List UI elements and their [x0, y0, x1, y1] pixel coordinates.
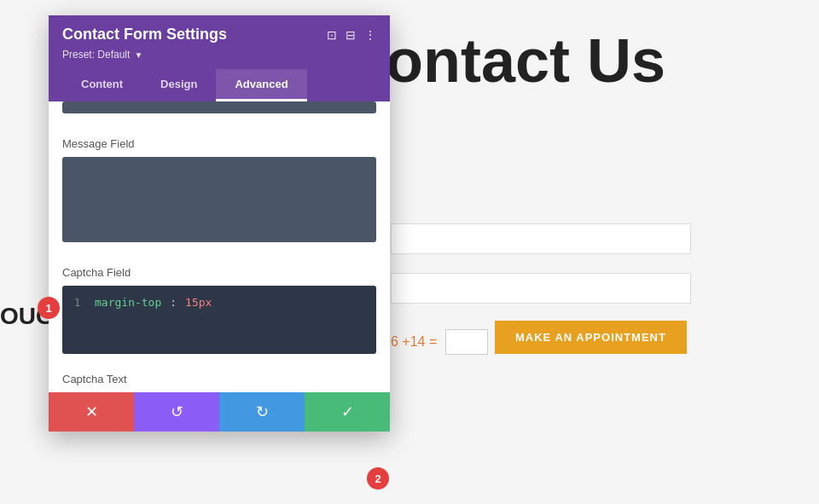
layout-icon[interactable]: ⊟: [346, 28, 356, 42]
modal-footer: ✕ ↺ ↻ ✓: [49, 392, 390, 432]
tabs-row: Content Design Advanced: [62, 69, 376, 101]
message-field-label: Message Field: [49, 125, 390, 157]
more-options-icon[interactable]: ⋮: [364, 28, 376, 42]
code-property: margin-top: [95, 296, 161, 309]
save-button[interactable]: ✓: [305, 392, 390, 432]
code-colon: :: [170, 296, 177, 309]
code-value: 15px: [185, 296, 212, 309]
modal-body: Message Field Captcha Field 1 margin-top…: [49, 101, 390, 392]
line-number: 1: [74, 297, 86, 309]
captcha-row: 6 +14 =: [391, 329, 488, 355]
captcha-expression: 6 +14 =: [391, 334, 437, 350]
preset-label[interactable]: Preset: Default: [62, 49, 130, 61]
make-appointment-button[interactable]: MAKE AN APPOINTMENT: [495, 321, 687, 354]
tab-content[interactable]: Content: [62, 69, 142, 101]
top-field-preview: [62, 101, 376, 113]
cancel-button[interactable]: ✕: [49, 392, 134, 432]
captcha-text-label: Captcha Text: [49, 366, 390, 392]
tab-design[interactable]: Design: [142, 69, 216, 101]
code-line-1: 1 margin-top : 15px: [74, 296, 364, 309]
badge-1: 1: [38, 297, 60, 319]
contact-form-settings-modal: Contact Form Settings ⊡ ⊟ ⋮ Preset: Defa…: [49, 15, 390, 432]
second-input[interactable]: [391, 273, 691, 304]
captcha-code-block[interactable]: 1 margin-top : 15px: [62, 286, 376, 354]
preset-dropdown-arrow[interactable]: ▼: [134, 50, 142, 60]
captcha-field-label: Captcha Field: [49, 254, 390, 286]
redo-button[interactable]: ↻: [219, 392, 305, 432]
preset-row: Preset: Default ▼: [62, 49, 376, 61]
tab-advanced[interactable]: Advanced: [216, 69, 306, 101]
undo-button[interactable]: ↺: [134, 392, 219, 432]
page-title: Contact Us: [341, 26, 665, 96]
badge-2: 2: [367, 467, 389, 490]
modal-title-row: Contact Form Settings ⊡ ⊟ ⋮: [62, 26, 376, 43]
expand-icon[interactable]: ⊡: [327, 28, 337, 42]
modal-header: Contact Form Settings ⊡ ⊟ ⋮ Preset: Defa…: [49, 15, 390, 101]
message-field-preview: [62, 157, 376, 242]
captcha-answer-input[interactable]: [445, 329, 488, 355]
address-input[interactable]: [391, 223, 691, 254]
modal-header-icons: ⊡ ⊟ ⋮: [327, 28, 376, 42]
modal-title: Contact Form Settings: [62, 26, 227, 43]
